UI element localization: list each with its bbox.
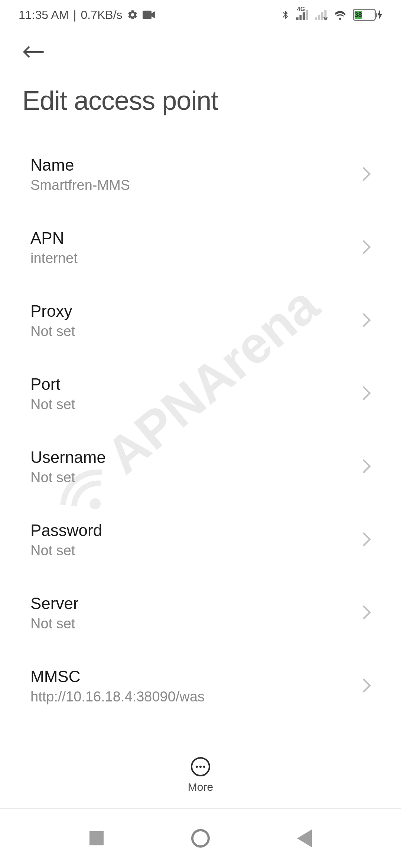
setting-label: Password (30, 521, 362, 540)
chevron-right-icon (362, 678, 371, 695)
svg-rect-0 (143, 11, 151, 19)
setting-value: Not set (30, 616, 362, 632)
svg-rect-5 (315, 17, 317, 20)
setting-label: Server (30, 594, 362, 613)
setting-mmsc[interactable]: MMSC http://10.16.18.4:38090/was (0, 650, 401, 723)
battery-icon: 38 (353, 9, 382, 21)
chevron-right-icon (362, 605, 371, 622)
circle-icon (191, 829, 210, 848)
status-time: 11:35 AM (19, 8, 69, 22)
chevron-right-icon (362, 239, 371, 256)
setting-label: Username (30, 448, 362, 467)
square-icon (89, 831, 104, 845)
setting-label: Proxy (30, 302, 362, 320)
back-button[interactable] (22, 41, 45, 63)
signal-4g-icon: 4G (296, 10, 309, 20)
chevron-right-icon (362, 458, 371, 476)
setting-apn[interactable]: APN internet (0, 211, 401, 284)
setting-password[interactable]: Password Not set (0, 503, 401, 576)
setting-label: APN (30, 229, 362, 247)
chevron-right-icon (362, 166, 371, 183)
setting-port[interactable]: Port Not set (0, 357, 401, 430)
status-right: 4G 38 (281, 9, 382, 21)
svg-rect-2 (300, 15, 302, 20)
setting-label: Name (30, 156, 362, 174)
setting-server[interactable]: Server Not set (0, 576, 401, 650)
setting-proxy[interactable]: Proxy Not set (0, 284, 401, 357)
setting-label: Port (30, 375, 362, 394)
settings-list: Name Smartfren-MMS APN internet Proxy No… (0, 138, 401, 796)
setting-value: Not set (30, 543, 362, 559)
svg-rect-4 (306, 10, 308, 20)
more-icon (191, 757, 210, 776)
svg-rect-3 (303, 12, 305, 20)
nav-back-button[interactable] (293, 827, 316, 849)
setting-name[interactable]: Name Smartfren-MMS (0, 138, 401, 211)
bluetooth-icon (281, 9, 290, 21)
chevron-right-icon (362, 385, 371, 402)
navigation-bar (0, 809, 401, 868)
bottom-actions: More (0, 742, 401, 809)
status-bar: 11:35 AM | 0.7KB/s 4G 38 (0, 0, 401, 30)
svg-rect-7 (321, 12, 323, 20)
wifi-icon (333, 10, 347, 20)
setting-value: Not set (30, 470, 362, 486)
nav-recent-button[interactable] (85, 827, 108, 849)
chevron-right-icon (362, 532, 371, 549)
nav-home-button[interactable] (189, 827, 212, 849)
setting-value: Smartfren-MMS (30, 177, 362, 193)
gear-icon (127, 9, 138, 20)
chevron-right-icon (362, 312, 371, 329)
more-button[interactable]: More (188, 757, 213, 793)
triangle-icon (297, 829, 312, 847)
svg-rect-1 (296, 17, 299, 20)
svg-rect-6 (318, 15, 320, 20)
more-label: More (188, 781, 213, 793)
page-title: Edit access point (22, 85, 379, 116)
setting-username[interactable]: Username Not set (0, 430, 401, 503)
setting-value: internet (30, 250, 362, 266)
setting-value: Not set (30, 397, 362, 412)
setting-value: Not set (30, 323, 362, 339)
setting-value: http://10.16.18.4:38090/was (30, 689, 362, 705)
status-separator: | (73, 8, 76, 22)
status-data-rate: 0.7KB/s (81, 8, 123, 22)
status-left: 11:35 AM | 0.7KB/s (19, 8, 155, 22)
camera-icon (143, 10, 155, 19)
signal-none-icon (315, 10, 327, 20)
setting-label: MMSC (30, 667, 362, 686)
header: Edit access point (0, 30, 401, 138)
